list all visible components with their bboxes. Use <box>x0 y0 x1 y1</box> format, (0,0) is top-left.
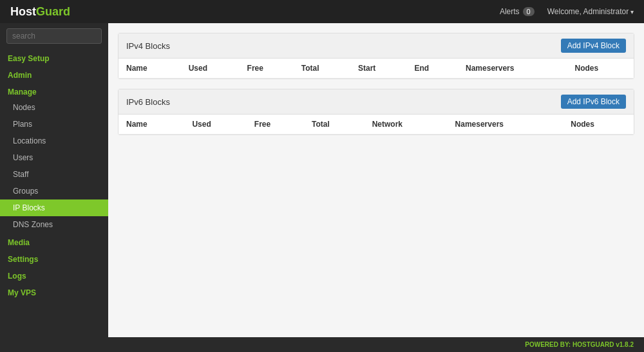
sidebar-item-locations[interactable]: Locations <box>0 133 108 149</box>
add-ipv4-button[interactable]: Add IPv4 Block <box>561 39 626 53</box>
sidebar-item-users[interactable]: Users <box>0 149 108 166</box>
topbar: HostGuard Alerts 0 Welcome, Administrato… <box>0 0 644 23</box>
ipv6-col-total: Total <box>304 115 365 134</box>
logo-host: Host <box>10 5 36 18</box>
topbar-right: Alerts 0 Welcome, Administrator <box>500 7 634 16</box>
sidebar-item-admin[interactable]: Admin <box>0 66 108 82</box>
search-container <box>0 23 108 49</box>
sidebar-item-groups[interactable]: Groups <box>0 183 108 199</box>
welcome-dropdown[interactable]: Welcome, Administrator <box>547 7 634 16</box>
ipv4-col-free: Free <box>240 59 294 79</box>
ipv4-title: IPv4 Blocks <box>126 41 170 51</box>
ipv6-col-name: Name <box>118 115 184 134</box>
ipv4-col-nameservers: Nameservers <box>458 59 567 79</box>
sidebar-item-ip-blocks[interactable]: IP Blocks <box>0 199 108 216</box>
sidebar: Easy Setup Admin Manage Nodes Plans Loca… <box>0 23 108 337</box>
layout: Easy Setup Admin Manage Nodes Plans Loca… <box>0 23 644 337</box>
ipv6-title: IPv6 Blocks <box>126 97 170 107</box>
alerts-label: Alerts <box>500 7 520 16</box>
ipv4-col-start: Start <box>350 59 407 79</box>
ipv6-col-free: Free <box>247 115 304 134</box>
add-ipv6-button[interactable]: Add IPv6 Block <box>561 95 626 109</box>
ipv4-col-total: Total <box>294 59 350 79</box>
ipv4-col-used: Used <box>181 59 240 79</box>
sidebar-item-logs[interactable]: Logs <box>0 266 108 283</box>
search-input[interactable] <box>6 28 102 44</box>
alerts-section: Alerts 0 <box>500 7 535 16</box>
ipv4-col-name: Name <box>118 59 181 79</box>
sidebar-item-manage[interactable]: Manage <box>0 82 108 99</box>
ipv4-section: IPv4 Blocks Add IPv4 Block Name Used Fre… <box>118 33 634 79</box>
ipv6-section: IPv6 Blocks Add IPv6 Block Name Used Fre… <box>118 89 634 135</box>
sidebar-item-easy-setup[interactable]: Easy Setup <box>0 49 108 66</box>
ipv4-col-nodes: Nodes <box>567 59 634 79</box>
footer: POWERED BY: HOSTGUARD v1.8.2 <box>0 337 644 352</box>
ipv4-col-end: End <box>406 59 458 79</box>
ipv4-header: IPv4 Blocks Add IPv4 Block <box>118 33 634 59</box>
footer-powered-by: POWERED BY: <box>525 341 573 348</box>
sidebar-item-my-vps[interactable]: My VPS <box>0 283 108 300</box>
ipv6-col-used: Used <box>184 115 246 134</box>
sidebar-item-media[interactable]: Media <box>0 233 108 250</box>
sidebar-item-settings[interactable]: Settings <box>0 250 108 266</box>
sidebar-item-dns-zones[interactable]: DNS Zones <box>0 216 108 233</box>
ipv6-col-network: Network <box>365 115 448 134</box>
logo: HostGuard <box>10 5 70 19</box>
ipv4-table: Name Used Free Total Start End Nameserve… <box>118 59 634 79</box>
ipv6-col-nodes: Nodes <box>563 115 634 134</box>
main-content: IPv4 Blocks Add IPv4 Block Name Used Fre… <box>108 23 644 337</box>
ipv6-table: Name Used Free Total Network Nameservers… <box>118 115 634 134</box>
sidebar-item-nodes[interactable]: Nodes <box>0 99 108 116</box>
sidebar-item-plans[interactable]: Plans <box>0 116 108 133</box>
ipv6-header: IPv6 Blocks Add IPv6 Block <box>118 89 634 115</box>
ipv6-col-nameservers: Nameservers <box>448 115 564 134</box>
logo-guard: Guard <box>36 5 70 18</box>
footer-brand: HOSTGUARD v1.8.2 <box>573 341 634 348</box>
alerts-badge: 0 <box>523 7 535 16</box>
sidebar-item-staff[interactable]: Staff <box>0 166 108 183</box>
